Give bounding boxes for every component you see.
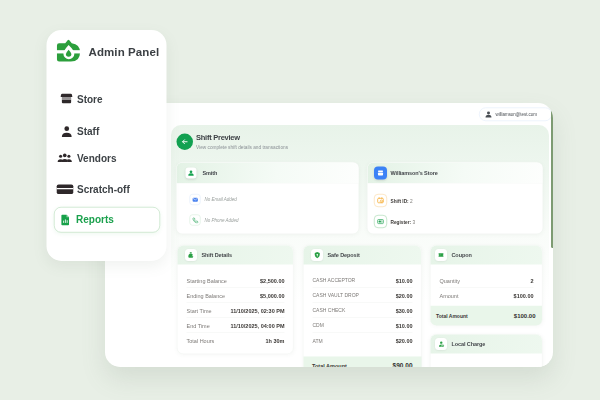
svg-text:$: $	[442, 344, 443, 346]
